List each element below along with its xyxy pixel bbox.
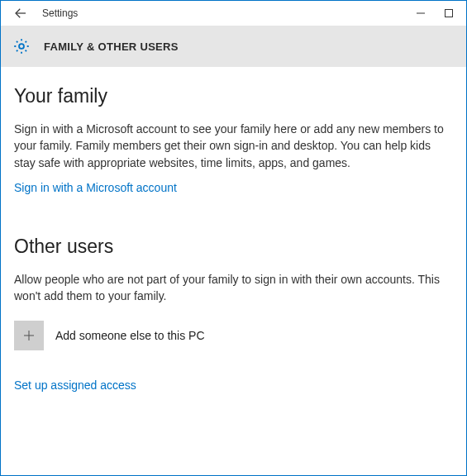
svg-rect-2 (446, 10, 453, 17)
subheader-label: FAMILY & OTHER USERS (44, 40, 179, 53)
window-title: Settings (42, 7, 78, 19)
gear-icon (12, 37, 31, 55)
minimize-button[interactable] (407, 1, 435, 26)
content-area: Your family Sign in with a Microsoft acc… (1, 67, 466, 400)
back-button[interactable] (4, 1, 37, 26)
minimize-icon (417, 9, 425, 17)
svg-point-3 (19, 44, 24, 49)
maximize-icon (445, 9, 453, 17)
signin-link[interactable]: Sign in with a Microsoft account (14, 181, 177, 194)
family-description: Sign in with a Microsoft account to see … (14, 121, 444, 171)
family-heading: Your family (14, 85, 453, 107)
plus-icon (14, 321, 44, 350)
other-description: Allow people who are not part of your fa… (14, 271, 444, 305)
maximize-button[interactable] (435, 1, 463, 26)
back-arrow-icon (13, 6, 28, 21)
titlebar: Settings (1, 1, 466, 26)
page-subheader: FAMILY & OTHER USERS (1, 26, 466, 67)
other-heading: Other users (14, 236, 453, 258)
other-users-section: Other users Allow people who are not par… (14, 236, 453, 393)
assigned-access-link[interactable]: Set up assigned access (14, 378, 136, 392)
add-user-label: Add someone else to this PC (55, 329, 205, 342)
add-user-button[interactable]: Add someone else to this PC (14, 321, 453, 350)
